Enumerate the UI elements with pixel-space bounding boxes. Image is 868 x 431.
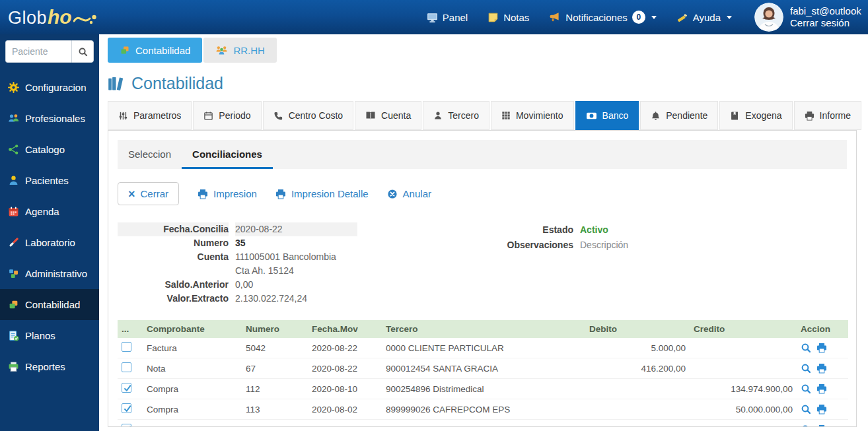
anular-button[interactable]: Anular — [387, 188, 431, 199]
tab-periodo[interactable]: Periodo — [193, 101, 261, 130]
nav-item-notas[interactable]: Notas — [488, 12, 529, 23]
sidebar-item-catalogo[interactable]: Catalogo — [0, 134, 99, 165]
nav-item-notificaciones[interactable]: Notificaciones 0 — [549, 11, 656, 24]
magnifier-icon[interactable] — [801, 404, 811, 414]
table-row: Compra 112 2020-08-10 900254896 Distrime… — [118, 379, 848, 399]
cell-fecha: 2020-08-01 — [308, 420, 382, 428]
printer-icon[interactable] — [816, 363, 827, 374]
logo-swoosh-icon — [73, 11, 97, 28]
app-tab-label: RR.HH — [233, 45, 265, 56]
impresion-button[interactable]: Impresion — [198, 188, 257, 199]
sidebar-item-planos[interactable]: Planos — [0, 320, 99, 351]
printer-icon[interactable] — [816, 383, 827, 394]
magnifier-icon[interactable] — [801, 424, 811, 427]
app-logo[interactable]: Globho — [8, 6, 97, 28]
sidebar-item-label: Contabilidad — [25, 299, 80, 310]
sidebar-item-profesionales[interactable]: Profesionales — [0, 103, 99, 134]
col-fecha-mov: Fecha.Mov — [308, 320, 382, 338]
row-checkbox[interactable] — [122, 342, 131, 352]
magnifier-icon[interactable] — [801, 383, 811, 394]
person-icon — [433, 111, 443, 120]
nav-item-ayuda-label: Ayuda — [693, 12, 721, 23]
detail-value-line1: 111005001 Bancolombia — [235, 250, 336, 264]
tab-centro-costo[interactable]: Centro Costo — [263, 101, 353, 130]
tab-pendiente[interactable]: Pendiente — [640, 101, 718, 130]
printer-icon — [8, 361, 19, 372]
cell-debito — [585, 379, 690, 399]
avatar[interactable] — [754, 3, 783, 32]
tab-movimiento[interactable]: Movimiento — [491, 101, 574, 130]
printer-icon[interactable] — [816, 424, 827, 427]
row-checkbox[interactable] — [122, 362, 131, 372]
cell-comprobante: Compra — [143, 399, 242, 420]
nav-item-notas-label: Notas — [503, 12, 529, 23]
people-group-icon — [215, 46, 228, 55]
detail-row-saldo-anterior: Saldo.Anterior 0,00 — [118, 278, 468, 292]
sliders-icon — [118, 111, 128, 121]
row-checkbox[interactable] — [122, 424, 131, 427]
top-navbar: Globho Panel Notas Notificaciones 0 Ayud… — [0, 0, 868, 34]
table-row: Factura 5042 2020-08-22 0000 CLIENTE PAR… — [118, 338, 848, 358]
subtab-seleccion[interactable]: Seleccion — [118, 140, 182, 169]
tab-exogena[interactable]: Exogena — [719, 101, 792, 130]
megaphone-icon — [549, 11, 561, 23]
search-icon — [78, 47, 88, 57]
tab-informe[interactable]: Informe — [794, 101, 861, 130]
sidebar-item-label: Laboratorio — [25, 237, 75, 248]
cell-credito — [690, 338, 797, 358]
row-checkbox[interactable] — [122, 383, 131, 393]
detail-label: Observaciones — [482, 238, 573, 253]
notifications-badge: 0 — [632, 11, 645, 24]
magnifier-icon[interactable] — [801, 343, 811, 353]
app-tab-contabilidad[interactable]: Contabilidad — [108, 38, 202, 63]
detail-value: Descripción — [580, 238, 628, 253]
col-tercero: Tercero — [382, 320, 585, 338]
tab-cuenta[interactable]: Cuenta — [355, 101, 421, 130]
blocks-icon — [8, 268, 19, 279]
impresion-detalle-button[interactable]: Impresion Detalle — [275, 188, 369, 199]
tab-banco[interactable]: Banco — [575, 101, 639, 130]
bell-icon — [651, 111, 661, 121]
app-tabs: Contabilidad RR.HH — [108, 38, 868, 63]
user-box: fabi_st@outlook Cerrar sesión — [754, 3, 868, 32]
row-checkbox[interactable] — [122, 403, 131, 413]
nav-item-ayuda[interactable]: Ayuda — [676, 11, 732, 23]
search-button[interactable] — [71, 40, 94, 63]
detail-row-cuenta: Cuenta 111005001 Bancolombia Cta Ah. 151… — [118, 250, 468, 278]
detail-row-observaciones: Observaciones Descripción — [482, 238, 628, 253]
col-credito: Credito — [690, 320, 797, 338]
search-input[interactable] — [5, 40, 71, 63]
sidebar-item-configuracion[interactable]: Configuracion — [0, 72, 99, 103]
cell-credito: 50.000.000,00 — [690, 399, 797, 420]
tab-label: Informe — [820, 110, 851, 121]
detail-value: 0,00 — [235, 278, 253, 292]
tab-tercero[interactable]: Tercero — [423, 101, 489, 130]
sidebar-item-pacientes[interactable]: Pacientes — [0, 165, 99, 196]
sidebar-item-agenda[interactable]: Agenda — [0, 196, 99, 227]
cell-fecha: 2020-08-10 — [308, 379, 382, 399]
magnifier-icon[interactable] — [801, 363, 811, 374]
share-nodes-icon — [8, 144, 19, 155]
app-tab-rrhh[interactable]: RR.HH — [203, 38, 277, 63]
detail-label: Numero — [118, 236, 229, 250]
sidebar-item-label: Configuracion — [25, 82, 87, 93]
cell-credito: 134.974.900,00 — [690, 379, 797, 399]
sidebar-item-reportes[interactable]: Reportes — [0, 351, 99, 382]
sidebar-item-administrativo[interactable]: Administrativo — [0, 258, 99, 289]
detail-label: Estado — [482, 222, 573, 238]
cell-credito — [690, 358, 797, 379]
sidebar-item-laboratorio[interactable]: Laboratorio — [0, 227, 99, 258]
tab-parametros[interactable]: Parametros — [108, 101, 192, 130]
detail-row-numero: Numero 35 — [118, 236, 468, 250]
sidebar-item-label: Profesionales — [25, 113, 85, 124]
subtab-conciliaciones[interactable]: Conciliaciones — [182, 140, 273, 169]
printer-icon[interactable] — [816, 404, 827, 414]
toolbar: × Cerrar Impresion Impresion Detalle Anu… — [118, 182, 847, 205]
cerrar-button[interactable]: × Cerrar — [118, 182, 179, 205]
sidebar-item-contabilidad[interactable]: Contabilidad — [0, 289, 99, 320]
logout-link[interactable]: Cerrar sesión — [790, 17, 868, 29]
impresion-detalle-label: Impresion Detalle — [291, 188, 369, 199]
nav-item-panel[interactable]: Panel — [427, 12, 468, 23]
printer-icon[interactable] — [816, 343, 827, 353]
sub-tabs: Seleccion Conciliaciones — [118, 140, 847, 169]
